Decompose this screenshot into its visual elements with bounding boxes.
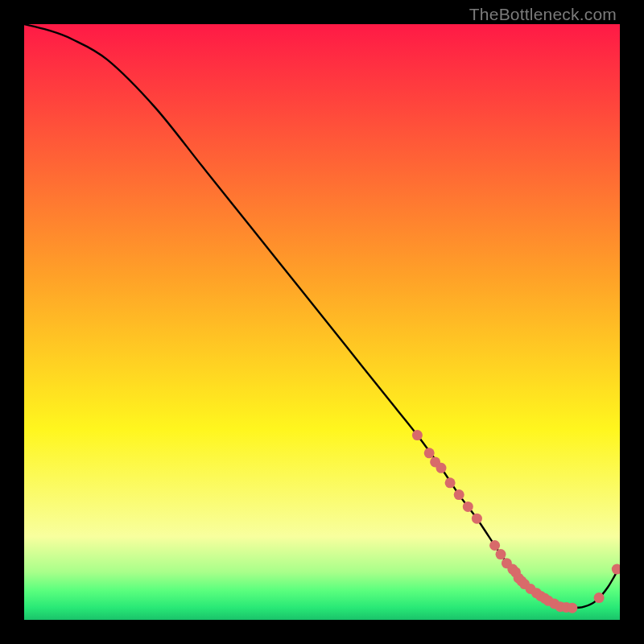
chart-stage: TheBottleneck.com — [0, 0, 644, 644]
curve-marker — [424, 448, 435, 458]
watermark-text: TheBottleneck.com — [469, 5, 617, 24]
curve-layer — [24, 24, 620, 620]
curve-marker — [594, 592, 605, 603]
plot-area — [24, 24, 620, 620]
curve-markers — [412, 430, 620, 613]
curve-marker — [567, 603, 577, 613]
curve-marker — [454, 489, 464, 500]
curve-marker — [472, 514, 482, 524]
curve-marker — [436, 463, 447, 473]
bottleneck-curve — [24, 24, 620, 608]
curve-marker — [445, 477, 456, 488]
curve-marker — [496, 549, 506, 559]
curve-marker — [412, 430, 423, 440]
curve-marker — [612, 564, 620, 575]
curve-marker — [489, 540, 500, 551]
curve-marker — [463, 502, 473, 512]
